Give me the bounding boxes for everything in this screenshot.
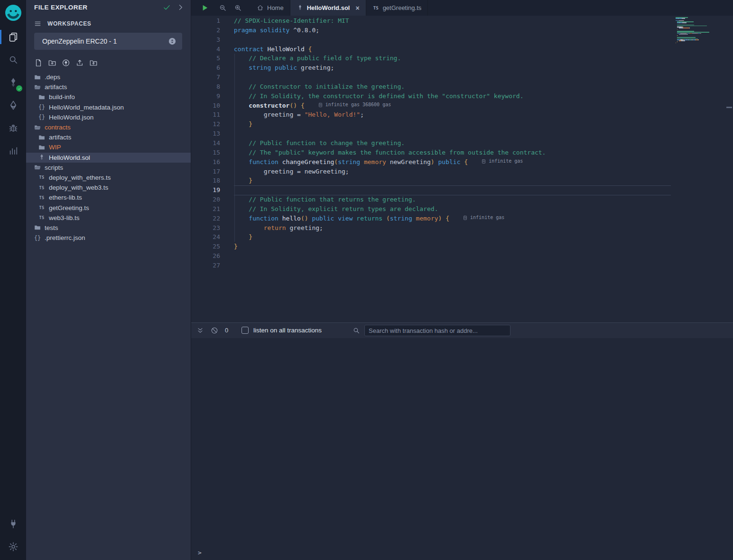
line-number[interactable]: 20: [191, 195, 220, 204]
code-line-6[interactable]: string public greeting;: [234, 63, 693, 73]
file-tree-item-deploy_with_ethers.ts[interactable]: TSdeploy_with_ethers.ts: [26, 173, 191, 183]
file-tree-item-artifacts[interactable]: artifacts: [26, 132, 191, 142]
file-tree-item-tests[interactable]: tests: [26, 223, 191, 233]
code-line-9[interactable]: // In Solidity, the constructor is defin…: [234, 92, 693, 101]
chevron-right-icon[interactable]: [176, 3, 185, 11]
code-line-19[interactable]: [234, 185, 693, 195]
line-number[interactable]: 21: [191, 204, 220, 214]
file-tree-item-HelloWorld.sol[interactable]: HelloWorld.sol: [26, 153, 191, 163]
new-folder-icon[interactable]: [48, 58, 56, 67]
line-number[interactable]: 1: [191, 16, 220, 26]
new-file-icon[interactable]: [34, 58, 43, 67]
line-number[interactable]: 16: [191, 157, 220, 167]
code-line-2[interactable]: pragma solidity ^0.8.0;: [234, 26, 693, 35]
file-tree-item-web3-lib.ts[interactable]: TSweb3-lib.ts: [26, 213, 191, 223]
settings-button[interactable]: [0, 535, 26, 558]
code-line-23[interactable]: return greeting;: [234, 223, 693, 233]
file-tree-item-build-info[interactable]: build-info: [26, 92, 191, 102]
code-line-8[interactable]: // Constructor to initialize the greetin…: [234, 82, 693, 92]
file-tree-item-artifacts[interactable]: artifacts: [26, 82, 191, 92]
expand-terminal-icon[interactable]: [196, 327, 204, 334]
run-script-button[interactable]: [201, 4, 209, 12]
line-number[interactable]: 2: [191, 26, 220, 35]
code-line-26[interactable]: [234, 251, 693, 261]
file-tree-item-contracts[interactable]: contracts: [26, 122, 191, 132]
line-number[interactable]: 4: [191, 45, 220, 54]
file-tree-item-WIP[interactable]: WIP: [26, 142, 191, 152]
tab-Home[interactable]: Home: [251, 0, 290, 16]
zoom-in-icon[interactable]: [234, 4, 242, 12]
clear-console-icon[interactable]: [211, 327, 218, 334]
line-number[interactable]: 12: [191, 119, 220, 129]
file-tree-item-.prettierrc.json[interactable]: {}.prettierrc.json: [26, 233, 191, 243]
file-tree-item-deploy_with_web3.ts[interactable]: TSdeploy_with_web3.ts: [26, 183, 191, 193]
line-number[interactable]: 25: [191, 242, 220, 251]
code-line-11[interactable]: greeting = "Hello, World!";: [234, 110, 693, 119]
code-line-1[interactable]: // SPDX-License-Identifier: MIT: [234, 16, 693, 26]
line-number[interactable]: 18: [191, 176, 220, 185]
code-line-12[interactable]: }: [234, 119, 693, 129]
accept-icon[interactable]: [163, 3, 171, 11]
tab-getGreeting.ts[interactable]: TSgetGreeting.ts: [366, 0, 428, 16]
tab-HelloWorld.sol[interactable]: HelloWorld.sol×: [290, 0, 366, 16]
line-number[interactable]: 15: [191, 148, 220, 157]
line-number[interactable]: 13: [191, 129, 220, 138]
file-tree-item-ethers-lib.ts[interactable]: TSethers-lib.ts: [26, 193, 191, 202]
file-tree-item-scripts[interactable]: scripts: [26, 163, 191, 173]
code-line-10[interactable]: constructor() {infinite gas 368600 gas: [234, 101, 693, 110]
upload-file-icon[interactable]: [75, 58, 84, 67]
code-line-17[interactable]: greeting = newGreeting;: [234, 167, 693, 176]
code-line-16[interactable]: function changeGreeting(string memory ne…: [234, 157, 693, 167]
file-tree-item-getGreeting.ts[interactable]: TSgetGreeting.ts: [26, 202, 191, 212]
code-line-20[interactable]: // Public function that returns the gree…: [234, 195, 693, 204]
minimap[interactable]: [676, 17, 714, 46]
deploy-and-run-button[interactable]: [0, 94, 26, 117]
zoom-out-icon[interactable]: [219, 4, 227, 12]
plugin-manager-button[interactable]: [0, 139, 26, 162]
line-number[interactable]: 7: [191, 73, 220, 82]
code-line-3[interactable]: [234, 35, 693, 45]
line-number[interactable]: 27: [191, 261, 220, 270]
listen-transactions-checkbox[interactable]: [241, 327, 249, 334]
line-number[interactable]: 5: [191, 54, 220, 63]
workspace-select[interactable]: OpenZeppelin ERC20 - 1: [34, 33, 182, 50]
workspaces-menu-icon[interactable]: [34, 20, 42, 28]
line-number[interactable]: 8: [191, 82, 220, 92]
connect-device-button[interactable]: [0, 513, 26, 535]
code-line-22[interactable]: function hello() public view returns (st…: [234, 214, 693, 223]
search-button[interactable]: [0, 48, 26, 71]
code-line-13[interactable]: [234, 129, 693, 138]
line-number[interactable]: 10: [191, 101, 220, 110]
code-line-25[interactable]: }: [234, 242, 693, 251]
code-line-24[interactable]: }: [234, 232, 693, 242]
file-tree-item-HelloWorld_metadata.json[interactable]: {}HelloWorld_metadata.json: [26, 102, 191, 112]
close-tab-icon[interactable]: ×: [355, 5, 359, 11]
file-tree-item-.deps[interactable]: .deps: [26, 72, 191, 82]
line-number[interactable]: 9: [191, 92, 220, 101]
file-tree-item-HelloWorld.json[interactable]: {}HelloWorld.json: [26, 112, 191, 122]
code-line-5[interactable]: // Declare a public field of type string…: [234, 54, 693, 63]
line-number[interactable]: 17: [191, 167, 220, 176]
transaction-search-input[interactable]: [364, 325, 510, 336]
solidity-compiler-button[interactable]: [0, 71, 26, 94]
line-number[interactable]: 23: [191, 223, 220, 233]
code-line-15[interactable]: // The "public" keyword makes the functi…: [234, 148, 693, 157]
terminal-prompt[interactable]: >: [198, 549, 202, 556]
debugger-button[interactable]: [0, 117, 26, 139]
line-number[interactable]: 19: [191, 185, 220, 195]
code-line-4[interactable]: contract HelloWorld {: [234, 45, 693, 54]
code-line-18[interactable]: }: [234, 176, 693, 185]
line-number[interactable]: 3: [191, 35, 220, 45]
line-number[interactable]: 22: [191, 214, 220, 223]
line-number[interactable]: 26: [191, 251, 220, 261]
remix-logo-button[interactable]: [0, 0, 26, 26]
line-number[interactable]: 14: [191, 138, 220, 148]
line-number[interactable]: 11: [191, 110, 220, 119]
line-number[interactable]: 24: [191, 232, 220, 242]
code-line-7[interactable]: [234, 73, 693, 82]
file-explorer-button[interactable]: [0, 26, 26, 48]
github-icon[interactable]: [62, 58, 70, 67]
code-editor[interactable]: 1234567891011121314151617181920212223242…: [191, 16, 733, 322]
code-line-14[interactable]: // Public function to change the greetin…: [234, 138, 693, 148]
upload-folder-icon[interactable]: [89, 58, 98, 67]
